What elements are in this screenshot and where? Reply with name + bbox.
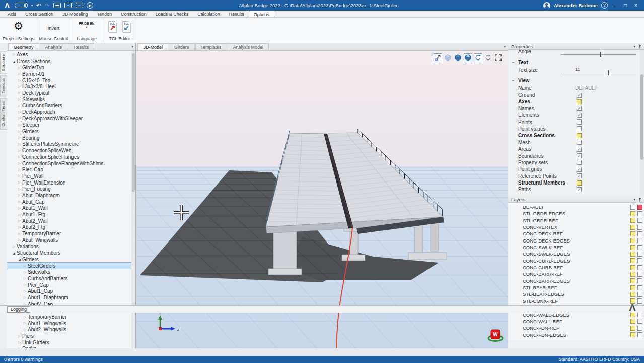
tree-expander-icon[interactable]: ▷ bbox=[17, 155, 22, 159]
tree-item-abut1-diaphragm[interactable]: ▷Abut1_Diaphragm bbox=[7, 294, 131, 301]
tree-item-steelgirders[interactable]: ▷SteelGirders bbox=[7, 263, 131, 269]
tree-item-pier-wallextension[interactable]: ▷Pier_WallExtension bbox=[7, 179, 131, 186]
slider-handle[interactable] bbox=[600, 52, 601, 57]
tree-expander-icon[interactable]: ▷ bbox=[17, 200, 22, 204]
slider-track-text-size[interactable] bbox=[561, 73, 636, 73]
layer-color-swatch[interactable] bbox=[630, 238, 635, 243]
layer-visibility-swatch[interactable] bbox=[637, 265, 642, 270]
layer-row-stl-bear-ref[interactable]: STL-BEAR-REF bbox=[508, 284, 644, 291]
layer-visibility-swatch[interactable] bbox=[637, 245, 642, 250]
tree-item-abut-diaphragm[interactable]: ▷Abut_Diaphragm bbox=[7, 192, 131, 199]
ribbon-tab-calculation[interactable]: Calculation bbox=[193, 11, 225, 17]
tree-item-abut-wingwalls[interactable]: ▷Abut_Wingwalls bbox=[7, 237, 131, 244]
chevron-down-icon[interactable]: ▾ bbox=[86, 26, 87, 29]
tree-expander-icon[interactable]: ▷ bbox=[22, 276, 28, 280]
orbit-icon[interactable] bbox=[484, 53, 492, 62]
tree-item-cross-sections[interactable]: ◢Cross Sections bbox=[7, 58, 131, 65]
help-icon[interactable]: ? bbox=[601, 2, 608, 9]
checkbox-paths[interactable]: ✓ bbox=[577, 187, 582, 192]
tree-item-link-girders[interactable]: ▷Link Girders bbox=[7, 339, 131, 346]
minimize-button[interactable]: – bbox=[611, 3, 618, 8]
layer-visibility-swatch[interactable] bbox=[637, 238, 642, 243]
layer-row-conc-vertex[interactable]: CONC-VERTEX bbox=[508, 224, 644, 230]
tree-item-pier-wall[interactable]: ▷Pier_Wall bbox=[7, 173, 131, 179]
layer-row-stl-grdr-ref[interactable]: STL-GRDR-REF bbox=[508, 217, 644, 224]
zoom-fit-icon[interactable] bbox=[494, 53, 503, 62]
layer-color-swatch[interactable] bbox=[630, 292, 635, 297]
layer-visibility-swatch[interactable] bbox=[637, 205, 642, 210]
tree-expander-icon[interactable]: ▷ bbox=[17, 161, 22, 165]
import-window-icon[interactable]: ← bbox=[76, 3, 83, 8]
isometric-view-icon[interactable] bbox=[434, 53, 442, 62]
ribbon-tab-axis[interactable]: Axis bbox=[3, 11, 21, 17]
layer-row-conc-fdn-edges[interactable]: CONC-FDN-EDGES bbox=[508, 332, 644, 338]
properties-scrollbar-thumb[interactable] bbox=[640, 74, 643, 160]
properties-header[interactable]: Properties ▾ bbox=[508, 43, 644, 50]
tree-expander-icon[interactable]: ◢ bbox=[11, 59, 17, 63]
tree-item-abut-cap[interactable]: ▷Abut_Cap bbox=[7, 199, 131, 205]
tree-expander-icon[interactable]: ▷ bbox=[17, 334, 22, 338]
side-tab-tendons[interactable]: Tendons bbox=[0, 75, 7, 96]
tree-expander-icon[interactable]: ▷ bbox=[22, 283, 28, 287]
ribbon-tab-construction[interactable]: Construction bbox=[116, 11, 151, 17]
layer-visibility-swatch[interactable] bbox=[637, 278, 642, 283]
layer-color-swatch[interactable] bbox=[630, 326, 635, 331]
layer-visibility-swatch[interactable] bbox=[637, 326, 642, 331]
layer-visibility-swatch[interactable] bbox=[637, 332, 642, 337]
tree-item-abut2-ftg[interactable]: ▷Abut2_Ftg bbox=[7, 224, 131, 231]
checkbox-structural-members[interactable] bbox=[577, 180, 582, 186]
tree-expander-icon[interactable]: ▷ bbox=[22, 321, 28, 325]
maximize-button[interactable]: □ bbox=[622, 3, 629, 8]
tree-expander-icon[interactable]: ▷ bbox=[17, 238, 22, 242]
layer-row-conc-swlk-ref[interactable]: CONC-SWLK-REF bbox=[508, 244, 644, 251]
tree-item-decks[interactable]: ▷Decks bbox=[7, 346, 131, 348]
tree-expander-icon[interactable]: ▷ bbox=[17, 116, 22, 120]
layer-color-swatch[interactable] bbox=[630, 332, 635, 337]
chevron-down-icon[interactable]: ▾ bbox=[504, 43, 508, 50]
tree-expander-icon[interactable]: ◢ bbox=[11, 251, 17, 255]
tree-expander-icon[interactable]: ▷ bbox=[17, 104, 22, 108]
layer-visibility-swatch[interactable] bbox=[637, 272, 642, 277]
layer-row-conc-barr-edges[interactable]: CONC-BARR-EDGES bbox=[508, 278, 644, 284]
properties-scrollbar[interactable] bbox=[640, 50, 644, 196]
shaded-cube-icon[interactable] bbox=[454, 53, 462, 62]
ribbon-tab-cross-section[interactable]: Cross Section bbox=[21, 11, 58, 17]
viewport-tab-3d-model[interactable]: 3D-Model bbox=[137, 43, 168, 50]
layer-color-swatch[interactable] bbox=[630, 272, 635, 277]
language-selector-icon[interactable]: FR DE EN ▾ bbox=[79, 22, 95, 29]
tab-results[interactable]: Results bbox=[68, 43, 94, 50]
tree-item-sleeper[interactable]: ▷Sleeper bbox=[7, 122, 131, 129]
tree-item-axes[interactable]: ▷Axes bbox=[7, 51, 131, 58]
rotate-view-icon[interactable] bbox=[474, 53, 482, 62]
layer-visibility-swatch[interactable] bbox=[637, 298, 642, 304]
layer-visibility-swatch[interactable] bbox=[637, 225, 642, 230]
collapse-icon[interactable]: − bbox=[512, 59, 514, 65]
3d-viewport[interactable]: y z W bbox=[136, 51, 508, 348]
tree-expander-icon[interactable]: ▷ bbox=[17, 193, 22, 197]
tree-item-abut2-wingwalls[interactable]: ▷Abut2_Wingwalls bbox=[7, 327, 131, 333]
tree-item-barrier-01[interactable]: ▷Barrier-01 bbox=[7, 71, 131, 77]
tree-expander-icon[interactable]: ▷ bbox=[17, 110, 22, 114]
tree-item-deckapproach[interactable]: ▷DeckApproach bbox=[7, 109, 131, 115]
tree-item-abut2-wall[interactable]: ▷Abut2_Wall bbox=[7, 218, 131, 224]
checkbox-reference-points[interactable]: ✓ bbox=[577, 173, 582, 178]
layer-color-swatch[interactable] bbox=[630, 285, 635, 290]
tree-expander-icon[interactable]: ▷ bbox=[17, 72, 22, 76]
checkbox-property-sets[interactable] bbox=[577, 160, 582, 165]
tree-item-pier-cap[interactable]: ▷Pier_Cap bbox=[7, 282, 131, 288]
checkbox-point-values[interactable] bbox=[577, 126, 582, 131]
checkbox-cross-sections[interactable] bbox=[577, 133, 582, 138]
layers-header[interactable]: Layers ▾ bbox=[508, 196, 644, 203]
layer-visibility-swatch[interactable] bbox=[637, 211, 642, 216]
ribbon-tab-options[interactable]: Options bbox=[249, 11, 274, 17]
layer-row-conc-barr-ref[interactable]: CONC-BARR-REF bbox=[508, 271, 644, 277]
tree-expander-icon[interactable]: ▷ bbox=[17, 180, 22, 185]
wireframe-cube-icon[interactable] bbox=[444, 53, 452, 62]
layer-row-conc-curb-edges[interactable]: CONC-CURB-EDGES bbox=[508, 258, 644, 264]
tree-expander-icon[interactable]: ◢ bbox=[17, 258, 22, 261]
tree-expander-icon[interactable]: ▷ bbox=[17, 168, 22, 172]
tree-scrollbar[interactable] bbox=[131, 51, 135, 348]
tree-item-l3x3x3-8-heel[interactable]: ▷L3x3x3/8_Heel bbox=[7, 83, 131, 90]
layer-color-swatch[interactable] bbox=[630, 225, 635, 230]
layer-row-conc-curb-ref[interactable]: CONC-CURB-REF bbox=[508, 264, 644, 271]
